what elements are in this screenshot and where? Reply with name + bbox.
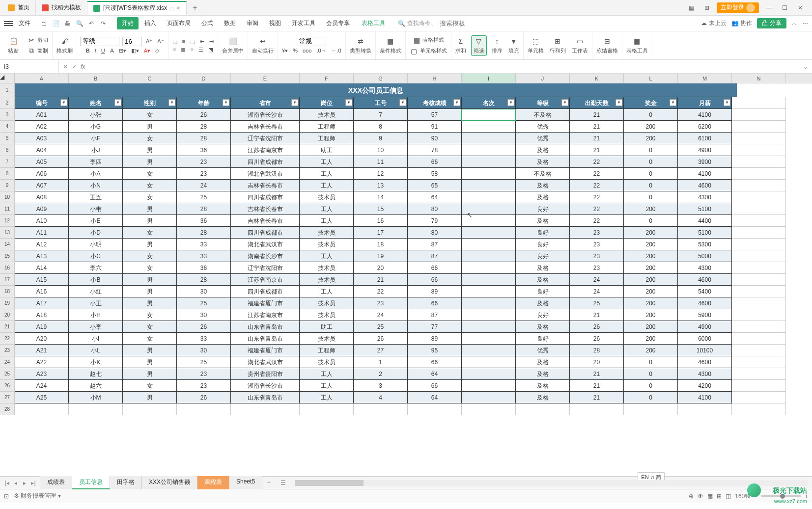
cell[interactable]: 及格 [516, 191, 570, 203]
cell[interactable]: 7 [354, 109, 408, 121]
cell[interactable]: 优秀 [516, 345, 570, 356]
cell[interactable]: A23 [15, 368, 69, 380]
cell[interactable]: 小i [69, 333, 123, 345]
cell[interactable]: 200 [624, 345, 678, 356]
cell[interactable]: 200 [624, 227, 678, 239]
cell[interactable] [462, 109, 516, 121]
cell[interactable] [462, 215, 516, 227]
cell[interactable]: 小J [69, 144, 123, 156]
cell[interactable]: 四川省成都市 [231, 286, 300, 297]
sum-button[interactable]: Σ求和 [454, 36, 467, 55]
cell-style-button[interactable]: ▢单元格样式 [409, 46, 448, 56]
cell[interactable]: 200 [624, 297, 678, 309]
cell[interactable]: 11 [354, 156, 408, 168]
cell[interactable]: 小L [69, 345, 123, 356]
row-header-17[interactable]: 17 [0, 274, 15, 286]
cell[interactable]: 女 [123, 168, 177, 180]
cell[interactable]: A02 [15, 121, 69, 133]
table-header-5[interactable]: 岗位▾ [300, 97, 354, 109]
decrease-font-icon[interactable]: A⁻ [156, 37, 165, 46]
cell[interactable] [462, 227, 516, 239]
cell[interactable]: 良好 [516, 203, 570, 215]
cell[interactable]: 87 [408, 309, 462, 321]
cell[interactable]: 12 [354, 168, 408, 180]
cell[interactable]: 22 [570, 168, 624, 180]
cell[interactable]: 10 [354, 144, 408, 156]
cell[interactable]: 8 [354, 121, 408, 133]
sheet-tab-0[interactable]: 成绩表 [40, 476, 72, 489]
cell[interactable]: 及格 [516, 368, 570, 380]
cell[interactable]: 28 [177, 227, 231, 239]
indent-dec-icon[interactable]: ⇤ [199, 38, 205, 45]
bold-button[interactable]: B [85, 47, 91, 54]
sheet-first-icon[interactable]: |◂ [3, 480, 11, 486]
cancel-formula-icon[interactable]: ✕ [63, 63, 68, 70]
filter-dropdown-icon[interactable]: ▾ [670, 99, 676, 106]
row-header-28[interactable]: 28 [0, 403, 15, 415]
cell[interactable]: A09 [15, 203, 69, 215]
cell[interactable]: 5400 [678, 286, 732, 297]
filter-button[interactable]: ▽筛选 [471, 35, 487, 56]
justify-icon[interactable]: ☰ [197, 46, 204, 54]
cell[interactable]: 小D [69, 227, 123, 239]
cell[interactable]: 工人 [300, 180, 354, 191]
table-header-1[interactable]: 姓名▾ [69, 97, 123, 109]
cell[interactable]: 4600 [678, 297, 732, 309]
cell[interactable]: 男 [123, 368, 177, 380]
cell[interactable]: 95 [408, 345, 462, 356]
font-size-select[interactable] [122, 37, 142, 46]
eye-icon[interactable]: 👁 [698, 493, 703, 500]
cell[interactable]: 男 [123, 121, 177, 133]
cell[interactable]: 20 [570, 356, 624, 368]
filter-dropdown-icon[interactable]: ▾ [507, 99, 514, 106]
table-row[interactable]: A11小D女28四川省成都市技术员1780良好232005100 [15, 227, 812, 239]
cell[interactable]: 小G [69, 121, 123, 133]
cell[interactable]: 良好 [516, 250, 570, 262]
cell[interactable] [462, 321, 516, 333]
col-header-K[interactable]: K [570, 74, 624, 83]
menu-tab-5[interactable]: 审阅 [242, 17, 263, 29]
cell[interactable]: 22 [570, 180, 624, 191]
cell[interactable]: 男 [123, 203, 177, 215]
table-row[interactable]: A20小i女33山东省青岛市技术员2689良好262006000 [15, 333, 812, 345]
cell[interactable]: 200 [624, 286, 678, 297]
cell[interactable]: 良好 [516, 239, 570, 250]
cell[interactable]: 良好 [516, 286, 570, 297]
login-button[interactable]: 立即登录 [717, 2, 759, 13]
cell[interactable]: 18 [354, 239, 408, 250]
cell[interactable]: 4900 [678, 144, 732, 156]
row-header-14[interactable]: 14 [0, 239, 15, 250]
orientation-icon[interactable]: ⬔ [207, 46, 214, 54]
close-button[interactable]: ✕ [794, 2, 806, 14]
redo-icon[interactable]: ↷ [99, 20, 107, 27]
cell[interactable]: 李六 [69, 262, 123, 274]
cell[interactable]: A13 [15, 250, 69, 262]
cell[interactable]: 66 [408, 274, 462, 286]
cell[interactable]: 0 [624, 191, 678, 203]
cell[interactable]: 技术员 [300, 333, 354, 345]
cell[interactable]: 36 [177, 215, 231, 227]
row-header-7[interactable]: 7 [0, 156, 15, 168]
cell[interactable]: 4 [354, 392, 408, 403]
cell[interactable]: 58 [408, 168, 462, 180]
cell[interactable]: 78 [408, 144, 462, 156]
menu-tab-3[interactable]: 公式 [196, 17, 218, 29]
cell[interactable]: 王五 [69, 191, 123, 203]
cell[interactable]: 24 [570, 274, 624, 286]
cell[interactable]: 80 [408, 203, 462, 215]
cell[interactable]: 5100 [678, 227, 732, 239]
cell[interactable]: 26 [570, 333, 624, 345]
status-task[interactable]: ⚙ 财务报表管理 ▾ [14, 492, 61, 500]
cell[interactable]: 小K [69, 356, 123, 368]
row-header-1[interactable]: 1 [0, 83, 15, 97]
rowcol-button[interactable]: ⊞行和列 [549, 36, 567, 55]
cell[interactable]: 22 [354, 286, 408, 297]
accept-formula-icon[interactable]: ✓ [72, 63, 77, 70]
cell[interactable]: A03 [15, 133, 69, 144]
cell[interactable]: A20 [15, 333, 69, 345]
cell[interactable]: 33 [177, 333, 231, 345]
cell[interactable]: 男 [123, 345, 177, 356]
row-header-8[interactable]: 8 [0, 168, 15, 180]
cell[interactable]: 小张 [69, 109, 123, 121]
cell[interactable]: 66 [408, 156, 462, 168]
